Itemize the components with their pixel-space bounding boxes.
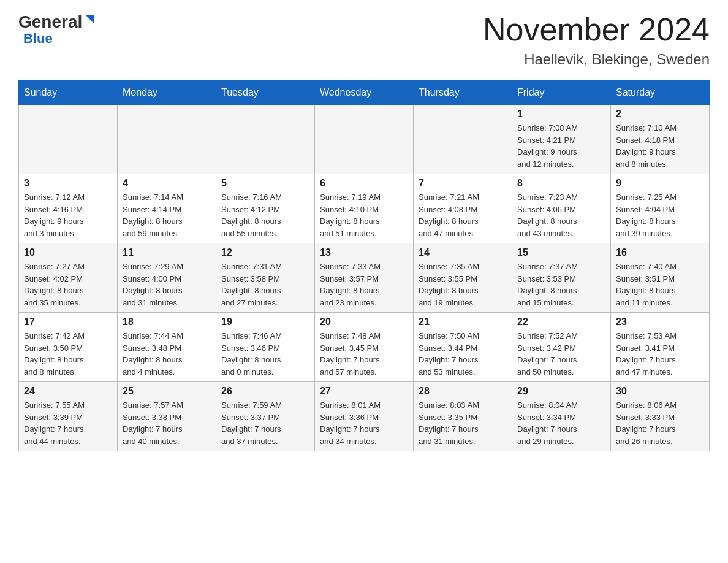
calendar-cell: 2Sunrise: 7:10 AMSunset: 4:18 PMDaylight… bbox=[611, 105, 710, 174]
day-number: 11 bbox=[123, 247, 211, 258]
day-info: Sunrise: 7:10 AMSunset: 4:18 PMDaylight:… bbox=[616, 122, 704, 170]
calendar-cell bbox=[414, 105, 512, 174]
calendar-cell: 20Sunrise: 7:48 AMSunset: 3:45 PMDayligh… bbox=[315, 313, 414, 382]
day-number: 18 bbox=[123, 316, 211, 327]
calendar-cell: 11Sunrise: 7:29 AMSunset: 4:00 PMDayligh… bbox=[118, 243, 216, 313]
day-number: 19 bbox=[221, 316, 309, 327]
calendar-cell: 9Sunrise: 7:25 AMSunset: 4:04 PMDaylight… bbox=[611, 174, 710, 243]
day-info: Sunrise: 7:52 AMSunset: 3:42 PMDaylight:… bbox=[517, 330, 605, 378]
day-number: 21 bbox=[419, 316, 507, 327]
week-row-5: 24Sunrise: 7:55 AMSunset: 3:39 PMDayligh… bbox=[19, 382, 710, 451]
calendar-cell: 7Sunrise: 7:21 AMSunset: 4:08 PMDaylight… bbox=[414, 174, 512, 243]
calendar-cell: 28Sunrise: 8:03 AMSunset: 3:35 PMDayligh… bbox=[414, 382, 512, 451]
calendar-header: SundayMondayTuesdayWednesdayThursdayFrid… bbox=[19, 81, 710, 105]
day-info: Sunrise: 8:04 AMSunset: 3:34 PMDaylight:… bbox=[517, 399, 605, 447]
svg-marker-0 bbox=[86, 15, 94, 24]
day-info: Sunrise: 7:08 AMSunset: 4:21 PMDaylight:… bbox=[517, 122, 605, 170]
calendar-cell bbox=[19, 105, 118, 174]
logo-general-text: General bbox=[18, 12, 82, 32]
calendar-cell bbox=[315, 105, 414, 174]
month-title: November 2024 bbox=[483, 12, 710, 47]
day-info: Sunrise: 7:59 AMSunset: 3:37 PMDaylight:… bbox=[221, 399, 309, 447]
week-row-1: 1Sunrise: 7:08 AMSunset: 4:21 PMDaylight… bbox=[19, 105, 710, 174]
day-info: Sunrise: 7:48 AMSunset: 3:45 PMDaylight:… bbox=[320, 330, 408, 378]
weekday-header-friday: Friday bbox=[512, 81, 611, 105]
day-number: 20 bbox=[320, 316, 408, 327]
day-number: 1 bbox=[517, 109, 605, 120]
day-info: Sunrise: 7:42 AMSunset: 3:50 PMDaylight:… bbox=[24, 330, 112, 378]
calendar-cell: 30Sunrise: 8:06 AMSunset: 3:33 PMDayligh… bbox=[611, 382, 710, 451]
day-info: Sunrise: 7:29 AMSunset: 4:00 PMDaylight:… bbox=[123, 261, 211, 308]
calendar-cell bbox=[216, 105, 315, 174]
day-info: Sunrise: 8:06 AMSunset: 3:33 PMDaylight:… bbox=[616, 399, 704, 447]
day-info: Sunrise: 7:50 AMSunset: 3:44 PMDaylight:… bbox=[419, 330, 507, 378]
day-number: 14 bbox=[419, 247, 507, 258]
day-number: 8 bbox=[517, 178, 605, 189]
day-info: Sunrise: 7:35 AMSunset: 3:55 PMDaylight:… bbox=[419, 261, 507, 308]
day-info: Sunrise: 7:46 AMSunset: 3:46 PMDaylight:… bbox=[221, 330, 309, 378]
day-number: 7 bbox=[419, 178, 507, 189]
day-number: 25 bbox=[123, 386, 211, 397]
day-number: 15 bbox=[517, 247, 605, 258]
day-info: Sunrise: 8:03 AMSunset: 3:35 PMDaylight:… bbox=[419, 399, 507, 447]
logo-blue-text: Blue bbox=[23, 31, 53, 46]
calendar-cell: 15Sunrise: 7:37 AMSunset: 3:53 PMDayligh… bbox=[512, 243, 611, 313]
weekday-header-thursday: Thursday bbox=[414, 81, 512, 105]
day-number: 26 bbox=[221, 386, 309, 397]
calendar-cell: 26Sunrise: 7:59 AMSunset: 3:37 PMDayligh… bbox=[216, 382, 315, 451]
day-number: 27 bbox=[320, 386, 408, 397]
week-row-3: 10Sunrise: 7:27 AMSunset: 4:02 PMDayligh… bbox=[19, 243, 710, 313]
calendar-cell: 10Sunrise: 7:27 AMSunset: 4:02 PMDayligh… bbox=[19, 243, 118, 313]
day-info: Sunrise: 7:44 AMSunset: 3:48 PMDaylight:… bbox=[123, 330, 211, 378]
day-number: 5 bbox=[221, 178, 309, 189]
calendar-cell: 14Sunrise: 7:35 AMSunset: 3:55 PMDayligh… bbox=[414, 243, 512, 313]
calendar-cell: 4Sunrise: 7:14 AMSunset: 4:14 PMDaylight… bbox=[118, 174, 216, 243]
day-number: 13 bbox=[320, 247, 408, 258]
day-number: 2 bbox=[616, 109, 704, 120]
calendar-cell: 19Sunrise: 7:46 AMSunset: 3:46 PMDayligh… bbox=[216, 313, 315, 382]
calendar-cell: 1Sunrise: 7:08 AMSunset: 4:21 PMDaylight… bbox=[512, 105, 611, 174]
calendar-cell: 12Sunrise: 7:31 AMSunset: 3:58 PMDayligh… bbox=[216, 243, 315, 313]
weekday-header-sunday: Sunday bbox=[19, 81, 118, 105]
calendar-table: SundayMondayTuesdayWednesdayThursdayFrid… bbox=[18, 80, 710, 451]
logo: General Blue bbox=[18, 12, 97, 47]
calendar-cell: 5Sunrise: 7:16 AMSunset: 4:12 PMDaylight… bbox=[216, 174, 315, 243]
day-info: Sunrise: 7:19 AMSunset: 4:10 PMDaylight:… bbox=[320, 191, 408, 239]
calendar-cell: 18Sunrise: 7:44 AMSunset: 3:48 PMDayligh… bbox=[118, 313, 216, 382]
day-info: Sunrise: 7:27 AMSunset: 4:02 PMDaylight:… bbox=[24, 261, 112, 308]
day-info: Sunrise: 7:53 AMSunset: 3:41 PMDaylight:… bbox=[616, 330, 704, 378]
day-number: 30 bbox=[616, 386, 704, 397]
day-info: Sunrise: 7:25 AMSunset: 4:04 PMDaylight:… bbox=[616, 191, 704, 239]
day-number: 16 bbox=[616, 247, 704, 258]
calendar-body: 1Sunrise: 7:08 AMSunset: 4:21 PMDaylight… bbox=[19, 105, 710, 451]
day-info: Sunrise: 7:12 AMSunset: 4:16 PMDaylight:… bbox=[24, 191, 112, 239]
day-number: 29 bbox=[517, 386, 605, 397]
calendar-cell: 6Sunrise: 7:19 AMSunset: 4:10 PMDaylight… bbox=[315, 174, 414, 243]
day-number: 6 bbox=[320, 178, 408, 189]
calendar-cell: 13Sunrise: 7:33 AMSunset: 3:57 PMDayligh… bbox=[315, 243, 414, 313]
day-info: Sunrise: 7:33 AMSunset: 3:57 PMDaylight:… bbox=[320, 261, 408, 308]
day-number: 28 bbox=[419, 386, 507, 397]
day-info: Sunrise: 7:23 AMSunset: 4:06 PMDaylight:… bbox=[517, 191, 605, 239]
day-number: 10 bbox=[24, 247, 112, 258]
calendar-cell: 24Sunrise: 7:55 AMSunset: 3:39 PMDayligh… bbox=[19, 382, 118, 451]
day-info: Sunrise: 7:55 AMSunset: 3:39 PMDaylight:… bbox=[24, 399, 112, 447]
title-area: November 2024 Haellevik, Blekinge, Swede… bbox=[483, 12, 710, 68]
day-number: 12 bbox=[221, 247, 309, 258]
calendar-cell: 27Sunrise: 8:01 AMSunset: 3:36 PMDayligh… bbox=[315, 382, 414, 451]
weekday-header-wednesday: Wednesday bbox=[315, 81, 414, 105]
day-number: 17 bbox=[24, 316, 112, 327]
day-number: 9 bbox=[616, 178, 704, 189]
day-info: Sunrise: 7:14 AMSunset: 4:14 PMDaylight:… bbox=[123, 191, 211, 239]
weekday-header-row: SundayMondayTuesdayWednesdayThursdayFrid… bbox=[19, 81, 710, 105]
location-text: Haellevik, Blekinge, Sweden bbox=[483, 51, 710, 68]
day-number: 4 bbox=[123, 178, 211, 189]
calendar-cell: 21Sunrise: 7:50 AMSunset: 3:44 PMDayligh… bbox=[414, 313, 512, 382]
calendar-cell: 8Sunrise: 7:23 AMSunset: 4:06 PMDaylight… bbox=[512, 174, 611, 243]
calendar-cell: 23Sunrise: 7:53 AMSunset: 3:41 PMDayligh… bbox=[611, 313, 710, 382]
weekday-header-monday: Monday bbox=[118, 81, 216, 105]
calendar-cell bbox=[118, 105, 216, 174]
calendar-cell: 22Sunrise: 7:52 AMSunset: 3:42 PMDayligh… bbox=[512, 313, 611, 382]
day-info: Sunrise: 7:40 AMSunset: 3:51 PMDaylight:… bbox=[616, 261, 704, 308]
day-number: 23 bbox=[616, 316, 704, 327]
